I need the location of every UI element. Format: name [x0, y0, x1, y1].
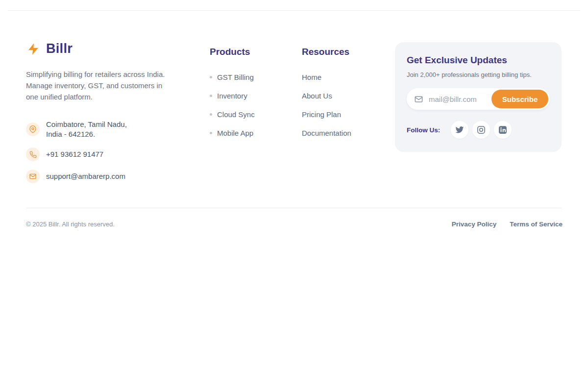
brand-tagline: Simplifying billing for retailers across…	[26, 69, 188, 102]
resources-link-home[interactable]: Home	[302, 73, 351, 81]
bottom-bar: © 2025 Billr. All rights reserved. Priva…	[26, 220, 563, 228]
link-label: Home	[302, 73, 321, 81]
bullet-dot-icon	[210, 95, 212, 97]
linkedin-button[interactable]	[494, 121, 512, 139]
brand-logo: Billr	[26, 41, 188, 56]
link-label: Inventory	[217, 92, 247, 100]
products-link-inventory[interactable]: Inventory	[210, 92, 255, 100]
resources-column: Resources Home About Us Pricing Plan Doc…	[302, 47, 351, 147]
link-label: GST Billing	[217, 73, 254, 81]
mail-icon	[26, 170, 40, 183]
subscribe-button[interactable]: Subscribe	[491, 90, 548, 108]
instagram-button[interactable]	[472, 121, 490, 139]
social-links	[451, 121, 512, 139]
brand-column: Billr Simplifying billing for retailers …	[26, 41, 188, 183]
phone-text: +91 93612 91477	[46, 149, 103, 159]
legal-links: Privacy Policy Terms of Service	[452, 220, 563, 228]
bullet-dot-icon	[210, 76, 212, 78]
lightning-bolt-icon	[26, 42, 41, 56]
tagline-line: Manage inventory, GST, and customers in	[26, 80, 188, 91]
resources-link-about-us[interactable]: About Us	[302, 92, 351, 100]
twitter-icon	[455, 125, 464, 134]
address-text: Coimbatore, Tamil Nadu, India - 642126.	[46, 120, 127, 139]
linkedin-icon	[498, 125, 507, 134]
contact-address: Coimbatore, Tamil Nadu, India - 642126.	[26, 120, 188, 139]
newsletter-card: Get Exclusive Updates Join 2,000+ profes…	[395, 42, 562, 152]
top-divider	[8, 10, 580, 11]
mail-input-icon	[414, 95, 423, 104]
link-label: Cloud Sync	[217, 110, 255, 119]
bottom-divider	[26, 208, 562, 208]
tagline-line: one unified platform.	[26, 91, 188, 102]
products-link-mobile-app[interactable]: Mobile App	[210, 129, 255, 137]
link-label: About Us	[302, 92, 332, 100]
contact-list: Coimbatore, Tamil Nadu, India - 642126. …	[26, 120, 188, 183]
phone-icon	[26, 147, 40, 161]
contact-email[interactable]: support@ambarerp.com	[26, 170, 188, 183]
newsletter-title: Get Exclusive Updates	[407, 55, 550, 66]
link-label: Mobile App	[217, 129, 253, 137]
location-pin-icon	[26, 122, 40, 136]
tagline-line: Simplifying billing for retailers across…	[26, 69, 188, 80]
newsletter-form: Subscribe	[407, 88, 550, 110]
follow-us-label: Follow Us:	[407, 126, 440, 134]
newsletter-subtitle: Join 2,000+ professionals getting billin…	[407, 71, 550, 78]
link-label: Documentation	[302, 129, 351, 137]
privacy-policy-link[interactable]: Privacy Policy	[452, 220, 497, 228]
bullet-dot-icon	[210, 132, 212, 134]
products-link-gst-billing[interactable]: GST Billing	[210, 73, 255, 81]
copyright-text: © 2025 Billr. All rights reserved.	[26, 220, 115, 228]
contact-phone[interactable]: +91 93612 91477	[26, 147, 188, 161]
bullet-dot-icon	[210, 113, 212, 116]
twitter-button[interactable]	[451, 121, 468, 139]
resources-link-pricing-plan[interactable]: Pricing Plan	[302, 110, 351, 119]
email-input[interactable]	[428, 95, 489, 104]
instagram-icon	[477, 125, 486, 134]
resources-title: Resources	[302, 47, 351, 57]
resources-list: Home About Us Pricing Plan Documentation	[302, 73, 351, 137]
products-column: Products GST Billing Inventory Cloud Syn…	[210, 47, 255, 147]
resources-link-documentation[interactable]: Documentation	[302, 129, 351, 137]
address-line2: India - 642126.	[46, 129, 127, 139]
link-label: Pricing Plan	[302, 110, 341, 119]
terms-of-service-link[interactable]: Terms of Service	[510, 220, 563, 228]
follow-row: Follow Us:	[407, 121, 550, 139]
products-list: GST Billing Inventory Cloud Sync Mobile …	[210, 73, 255, 137]
brand-name: Billr	[46, 41, 73, 56]
products-link-cloud-sync[interactable]: Cloud Sync	[210, 110, 255, 119]
email-text: support@ambarerp.com	[46, 172, 125, 181]
products-title: Products	[210, 47, 255, 57]
address-line1: Coimbatore, Tamil Nadu,	[46, 120, 127, 129]
